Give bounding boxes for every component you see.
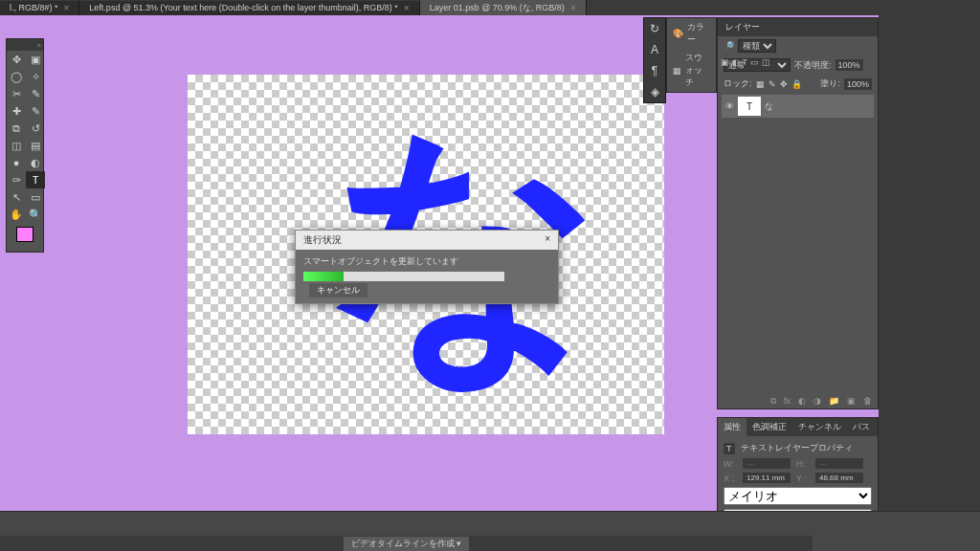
document-tabs: l., RGB/8#) *× Left.psd @ 51.3% (Your te… xyxy=(0,0,980,15)
char-panel-icon[interactable]: A xyxy=(644,39,665,60)
brush-tool[interactable]: ✎ xyxy=(26,102,45,120)
move-tool[interactable]: ✥ xyxy=(7,51,26,68)
props-tab-attrs[interactable]: 属性 xyxy=(718,418,746,436)
y-value[interactable]: 48.68 mm xyxy=(815,473,863,483)
x-value[interactable]: 129.11 mm xyxy=(743,473,791,483)
progress-bar xyxy=(303,272,504,281)
w-label: W: xyxy=(724,459,737,469)
wand-tool[interactable]: ✧ xyxy=(26,68,45,85)
mask-icon[interactable]: ◐ xyxy=(798,396,806,407)
tab-doc-3[interactable]: Layer 01.psb @ 70.9% (な, RGB/8)× xyxy=(420,0,587,16)
progress-fill xyxy=(303,272,344,281)
folder-icon[interactable]: 📁 xyxy=(829,396,839,407)
eraser-tool[interactable]: ◫ xyxy=(7,137,26,154)
swatch-tab[interactable]: ▦スウォッチ xyxy=(667,49,716,92)
palette-icon: 🎨 xyxy=(673,29,683,38)
smart-filter-icon[interactable]: ◫ xyxy=(762,57,770,67)
close-icon[interactable]: × xyxy=(404,3,410,13)
x-label: X : xyxy=(724,474,737,483)
create-timeline-button[interactable]: ビデオタイムラインを作成 ▾ xyxy=(344,537,470,551)
dodge-tool[interactable]: ◐ xyxy=(26,154,45,171)
opacity-label: 不透明度: xyxy=(794,59,832,72)
fill-value[interactable]: 100% xyxy=(844,78,872,90)
3d-icon[interactable]: ◈ xyxy=(644,81,665,102)
dialog-title-text: 進行状況 xyxy=(303,233,342,247)
adj-icon[interactable]: ◑ xyxy=(813,396,821,407)
filter-kind[interactable]: 種類 xyxy=(738,39,776,53)
heal-tool[interactable]: ✚ xyxy=(7,102,26,120)
pen-tool[interactable]: ✑ xyxy=(7,171,26,188)
right-dock-collapse xyxy=(879,15,980,551)
tab-doc-1[interactable]: l., RGB/8#) *× xyxy=(0,1,79,15)
path-tool[interactable]: ↖ xyxy=(7,188,26,206)
layers-title: レイヤー xyxy=(718,18,878,36)
fx-icon[interactable]: fx xyxy=(784,396,791,407)
history-tool[interactable]: ↺ xyxy=(26,120,45,137)
layers-panel: レイヤー 🔎 種類 ▣ ◐ T ▭ ◫ 通常 不透明度: 100% ロック: ▦… xyxy=(717,17,879,409)
clone-tool[interactable]: ⧉ xyxy=(7,120,26,137)
tools-panel: » ✥ ▣ ◯ ✧ ✂ ✎ ✚ ✎ ⧉ ↺ ◫ ▤ ● ◐ ✑ T ↖ ▭ ✋ … xyxy=(6,38,44,253)
color-tab[interactable]: 🎨カラー xyxy=(667,18,716,49)
history-icon[interactable]: ↻ xyxy=(644,18,665,39)
link-icon[interactable]: ⧉ xyxy=(770,396,776,407)
props-tab-adjust[interactable]: 色調補正 xyxy=(746,418,792,436)
lock-pos-icon[interactable]: ✥ xyxy=(780,79,788,89)
layer-item[interactable]: 👁 T な xyxy=(722,95,874,118)
right-toolstrip: ↻ A ¶ ◈ xyxy=(643,17,666,103)
fill-label: 塗り: xyxy=(820,77,840,90)
tab-doc-2[interactable]: Left.psd @ 51.3% (Your text here (Double… xyxy=(79,1,419,15)
lock-all-icon[interactable]: 🔒 xyxy=(791,79,802,89)
tab-label: Layer 01.psb @ 70.9% (な, RGB/8) xyxy=(430,2,565,14)
marquee-tool[interactable]: ▣ xyxy=(26,51,45,68)
tools-header[interactable]: » xyxy=(7,39,43,51)
cancel-button[interactable]: キャンセル xyxy=(309,283,368,298)
img-filter-icon[interactable]: ▣ xyxy=(721,57,729,67)
lasso-tool[interactable]: ◯ xyxy=(7,68,26,85)
layer-name: な xyxy=(765,100,773,113)
lock-label: ロック: xyxy=(724,77,752,90)
opacity-value[interactable]: 100% xyxy=(835,59,863,71)
y-label: Y : xyxy=(796,474,810,483)
type-filter-icon[interactable]: T xyxy=(743,57,748,67)
hand-tool[interactable]: ✋ xyxy=(7,206,26,223)
progress-message: スマートオブジェクトを更新しています xyxy=(303,255,550,268)
type-icon: T xyxy=(724,443,735,454)
props-tab-path[interactable]: パス xyxy=(847,418,876,436)
close-icon[interactable]: × xyxy=(570,3,576,13)
layer-thumbnail[interactable]: T xyxy=(738,97,761,116)
trash-icon[interactable]: 🗑 xyxy=(863,396,872,407)
visibility-icon[interactable]: 👁 xyxy=(725,101,734,111)
type-label: テキストレイヤープロパティ xyxy=(741,442,853,454)
progress-dialog: 進行状況 × スマートオブジェクトを更新しています キャンセル xyxy=(295,230,559,304)
adj-filter-icon[interactable]: ◐ xyxy=(732,57,740,67)
shape-filter-icon[interactable]: ▭ xyxy=(750,57,759,67)
blur-tool[interactable]: ● xyxy=(7,154,26,171)
grid-icon: ▦ xyxy=(673,66,681,76)
w-value[interactable]: --- xyxy=(743,458,791,469)
tab-label: Left.psd @ 51.3% (Your text here (Double… xyxy=(89,3,397,12)
zoom-tool[interactable]: 🔍 xyxy=(26,206,45,223)
shape-tool[interactable]: ▭ xyxy=(26,188,45,206)
lock-paint-icon[interactable]: ✎ xyxy=(768,79,776,89)
new-icon[interactable]: ▣ xyxy=(847,396,856,407)
tab-label: l., RGB/8#) * xyxy=(10,3,58,12)
props-tab-channel[interactable]: チャンネル xyxy=(792,418,847,436)
paragraph-icon[interactable]: ¶ xyxy=(644,60,665,81)
bottom-bar: ビデオタイムラインを作成 ▾ xyxy=(0,511,980,551)
font-select[interactable]: メイリオ xyxy=(724,487,872,505)
gradient-tool[interactable]: ▤ xyxy=(26,137,45,154)
eyedropper-tool[interactable]: ✎ xyxy=(26,85,45,102)
crop-tool[interactable]: ✂ xyxy=(7,85,26,102)
h-value[interactable]: --- xyxy=(815,458,863,469)
close-icon[interactable]: × xyxy=(545,233,550,247)
color-panel: 🎨カラー ▦スウォッチ xyxy=(666,17,717,93)
lock-trans-icon[interactable]: ▦ xyxy=(756,79,765,89)
foreground-color[interactable] xyxy=(16,227,33,242)
search-icon: 🔎 xyxy=(724,41,734,51)
type-tool[interactable]: T xyxy=(26,171,45,188)
close-icon[interactable]: × xyxy=(64,3,70,13)
h-label: H: xyxy=(796,459,810,469)
